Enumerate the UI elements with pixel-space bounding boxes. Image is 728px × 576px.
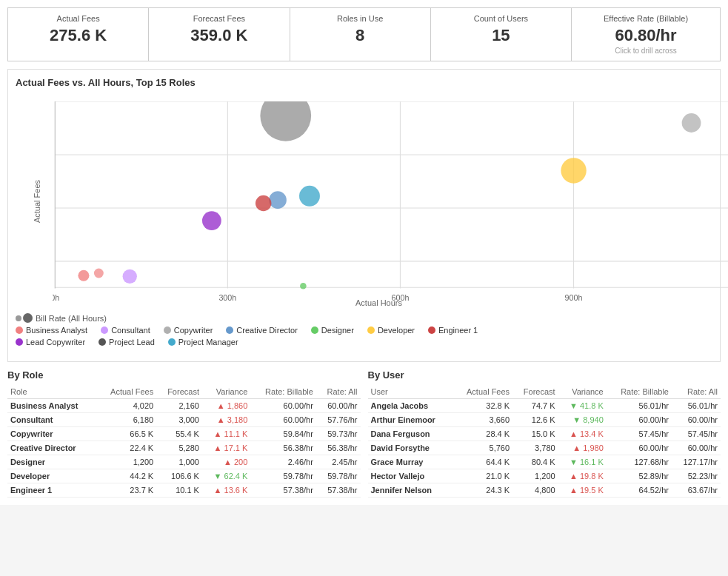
table-row[interactable]: Hector Vallejo 21.0 K 1,200 19.8 K 52.89…: [368, 469, 721, 483]
user-name: Grace Murray: [368, 455, 454, 469]
user-actual: 64.4 K: [453, 455, 512, 469]
role-variance: 13.6 K: [202, 483, 250, 498]
by-role-title: By Role: [7, 369, 361, 381]
table-row[interactable]: Creative Director 22.4 K 5,280 17.1 K 56…: [7, 441, 361, 455]
kpi-effective-rate[interactable]: Effective Rate (Billable) 60.80/hr Click…: [572, 8, 720, 61]
role-name: Developer: [7, 469, 97, 483]
bubble-project-manager[interactable]: [299, 186, 320, 207]
bubble-something-lavender[interactable]: [123, 269, 137, 284]
bubble-creative-director[interactable]: [269, 191, 287, 209]
table-row[interactable]: Dana Ferguson 28.4 K 15.0 K 13.4 K 57.45…: [368, 427, 721, 441]
role-rate-all: 57.76/hr: [316, 413, 361, 427]
bubble-unknown-right[interactable]: [682, 113, 701, 133]
legend-label-lead-copywriter: Lead Copywriter: [26, 338, 85, 346]
role-actual: 22.4 K: [97, 441, 156, 455]
table-row[interactable]: Developer 44.2 K 106.6 K 62.4 K 59.78/hr…: [7, 469, 361, 483]
user-variance: 8,940: [558, 413, 607, 427]
user-rate-billable: 127.68/hr: [607, 455, 672, 469]
legend-item-project-lead: Project Lead: [98, 338, 155, 346]
kpi-group-main: Actual Fees 275.6 K Forecast Fees 359.0 …: [8, 8, 572, 61]
role-name: Copywriter: [7, 427, 97, 441]
bubble-developer[interactable]: [561, 158, 586, 183]
legend-color-consultant: [101, 326, 108, 334]
bubble-consultant[interactable]: [94, 269, 104, 278]
user-forecast: 15.0 K: [512, 427, 558, 441]
user-name: David Forsythe: [368, 441, 454, 455]
role-rate-billable: 59.84/hr: [250, 427, 316, 441]
user-actual: 24.3 K: [453, 483, 512, 498]
role-rate-billable: 2.46/hr: [250, 455, 316, 469]
col-rate-all: Rate: All: [316, 385, 361, 399]
user-rate-billable: 60.00/hr: [607, 441, 672, 455]
role-actual: 23.7 K: [97, 483, 156, 498]
role-variance: 1,860: [202, 399, 250, 413]
table-row[interactable]: Designer 1,200 1,000 200 2.46/hr 2.45/hr: [7, 455, 361, 469]
bubble-designer[interactable]: [300, 283, 307, 289]
legend-item-lead-copywriter: Lead Copywriter: [16, 338, 85, 346]
count-of-users-label: Count of Users: [443, 14, 559, 23]
legend-label-project-lead: Project Lead: [109, 338, 155, 346]
col-user: User: [368, 385, 454, 399]
legend-label-designer: Designer: [321, 326, 354, 335]
legend-label-developer: Developer: [378, 326, 415, 335]
user-variance: 13.4 K: [558, 427, 607, 441]
role-rate-all: 57.38/hr: [316, 483, 361, 498]
col-user-rate-billable: Rate: Billable: [607, 385, 672, 399]
legend-label-creative-director: Creative Director: [236, 326, 298, 335]
user-name: Dana Ferguson: [368, 427, 454, 441]
legend-item-business-analyst: Business Analyst: [16, 326, 87, 335]
table-row[interactable]: Consultant 6,180 3,000 3,180 60.00/hr 57…: [7, 413, 361, 427]
by-role-table: Role Actual Fees Forecast Variance Rate:…: [7, 385, 361, 498]
table-row[interactable]: David Forsythe 5,760 3,780 1,980 60.00/h…: [368, 441, 721, 455]
bubble-lead-copywriter[interactable]: [202, 211, 221, 230]
legend-color-business-analyst: [16, 326, 23, 334]
forecast-fees-value: 359.0 K: [161, 26, 277, 45]
table-row[interactable]: Angela Jacobs 32.8 K 74.7 K 41.8 K 56.01…: [368, 399, 721, 413]
by-user-section: By User User Actual Fees Forecast Varian…: [368, 369, 721, 498]
user-rate-billable: 57.45/hr: [607, 427, 672, 441]
actual-fees-value: 275.6 K: [20, 26, 136, 45]
kpi-row: Actual Fees 275.6 K Forecast Fees 359.0 …: [7, 7, 721, 61]
col-role: Role: [7, 385, 97, 399]
by-role-body: Business Analyst 4,020 2,160 1,860 60.00…: [7, 399, 361, 498]
user-variance: 16.1 K: [558, 455, 607, 469]
bubble-business-analyst[interactable]: [78, 270, 89, 281]
roles-in-use-value: 8: [302, 26, 418, 45]
user-forecast: 4,800: [512, 483, 558, 498]
y-axis-label: Actual Fees: [33, 180, 41, 223]
legend-color-engineer1: [428, 326, 435, 334]
legend-color-project-lead: [98, 338, 106, 346]
role-rate-billable: 60.00/hr: [250, 413, 316, 427]
kpi-actual-fees: Actual Fees 275.6 K: [8, 8, 149, 61]
role-rate-all: 2.45/hr: [316, 455, 361, 469]
role-forecast: 2,160: [156, 399, 202, 413]
table-row[interactable]: Engineer 1 23.7 K 10.1 K 13.6 K 57.38/hr…: [7, 483, 361, 498]
user-name: Angela Jacobs: [368, 399, 454, 413]
count-of-users-value: 15: [443, 26, 559, 45]
role-forecast: 5,280: [156, 441, 202, 455]
role-variance: 62.4 K: [202, 469, 250, 483]
bubble-engineer1[interactable]: [256, 195, 271, 211]
role-variance: 200: [202, 455, 250, 469]
role-actual: 1,200: [97, 455, 156, 469]
role-forecast: 3,000: [156, 413, 202, 427]
tables-row: By Role Role Actual Fees Forecast Varian…: [7, 369, 721, 498]
table-row[interactable]: Copywriter 66.5 K 55.4 K 11.1 K 59.84/hr…: [7, 427, 361, 441]
effective-rate-drill[interactable]: Click to drill across: [584, 47, 708, 55]
table-row[interactable]: Arthur Einemoor 3,660 12.6 K 8,940 60.00…: [368, 413, 721, 427]
user-actual: 3,660: [453, 413, 512, 427]
legend-label-consultant: Consultant: [111, 326, 150, 335]
col-forecast: Forecast: [156, 385, 202, 399]
forecast-fees-label: Forecast Fees: [161, 14, 277, 23]
table-row[interactable]: Business Analyst 4,020 2,160 1,860 60.00…: [7, 399, 361, 413]
col-rate-billable: Rate: Billable: [250, 385, 316, 399]
role-variance: 17.1 K: [202, 441, 250, 455]
bubble-project-lead[interactable]: [260, 101, 311, 141]
by-user-header: User Actual Fees Forecast Variance Rate:…: [368, 385, 721, 399]
table-row[interactable]: Jennifer Nelson 24.3 K 4,800 19.5 K 64.5…: [368, 483, 721, 498]
role-variance: 3,180: [202, 413, 250, 427]
table-row[interactable]: Grace Murray 64.4 K 80.4 K 16.1 K 127.68…: [368, 455, 721, 469]
actual-fees-label: Actual Fees: [20, 14, 136, 23]
role-actual: 6,180: [97, 413, 156, 427]
role-rate-billable: 57.38/hr: [250, 483, 316, 498]
